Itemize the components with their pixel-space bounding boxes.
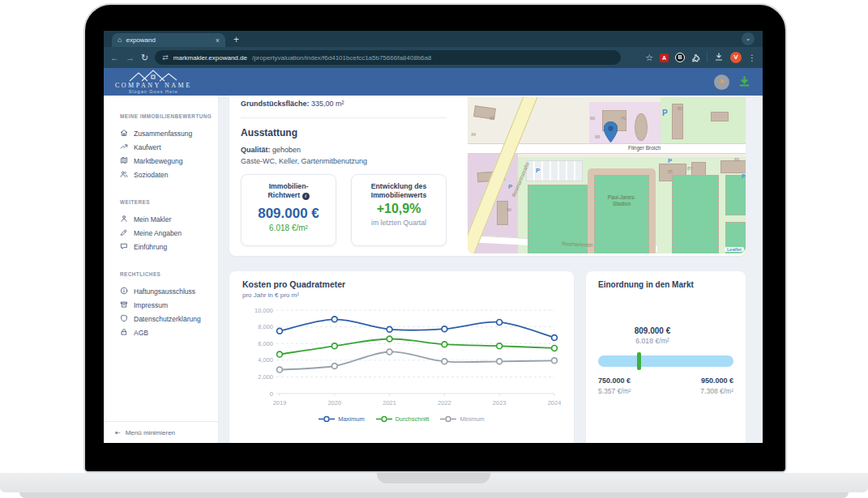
leaflet-attribution[interactable]: Leaflet bbox=[725, 247, 744, 252]
sidebar-item-label: Meine Angaben bbox=[134, 229, 182, 237]
pdf-extension-icon[interactable]: A bbox=[660, 53, 669, 62]
person-icon bbox=[120, 215, 128, 224]
address-bar[interactable]: ⇄ markmakler.expowand.de/propertyvaluati… bbox=[155, 50, 621, 65]
house-number: 89 bbox=[734, 157, 739, 162]
roof-logo-icon bbox=[128, 70, 178, 83]
sidebar-item-haftungsausschluss[interactable]: Haftungsausschluss bbox=[120, 284, 218, 298]
app-header: COMPANY NAME Slogan Goes Here ☀ bbox=[104, 68, 763, 96]
house-number: 39 bbox=[490, 116, 494, 121]
sidebar-item-marktbewegung[interactable]: Marktbewegung bbox=[120, 154, 218, 168]
browser-menu-icon[interactable]: ⋮ bbox=[748, 53, 756, 62]
plot-area-label: Grundstücksfläche: bbox=[241, 100, 310, 108]
tab-close-icon[interactable]: × bbox=[216, 36, 220, 45]
company-name: COMPANY NAME bbox=[115, 82, 192, 89]
svg-text:2024: 2024 bbox=[548, 399, 561, 406]
property-value: 809.000 € bbox=[242, 206, 336, 222]
sidebar-item-zusammenfassung[interactable]: Zusammenfassung bbox=[120, 126, 218, 140]
browser-window: ⌂ expowand × + ⌄ ← → ↻ ⇄ markmakler.expo… bbox=[104, 31, 763, 443]
sidebar-item-impressum[interactable]: Impressum bbox=[120, 298, 218, 312]
legend-item-maximum[interactable]: Maximum bbox=[319, 415, 365, 423]
toolbar-divider bbox=[707, 53, 708, 62]
svg-text:4,000: 4,000 bbox=[258, 356, 273, 364]
map-building bbox=[497, 201, 508, 225]
svg-text:2019: 2019 bbox=[273, 399, 287, 406]
svg-text:8,000: 8,000 bbox=[258, 323, 273, 330]
location-map[interactable]: Flinger Broich Rosmarinstraße Rosmariens… bbox=[468, 97, 746, 253]
legend-label: Durchschnitt bbox=[396, 415, 430, 423]
extension-b-icon[interactable]: B bbox=[675, 53, 685, 62]
extensions-puzzle-icon[interactable] bbox=[691, 53, 700, 62]
url-path: /propertyvaluation/index/f6d4101bcefcc1a… bbox=[252, 54, 432, 62]
market-min: 750.000 € 5.357 €/m² bbox=[598, 377, 631, 395]
market-current-value: 809.000 € bbox=[608, 326, 697, 335]
back-icon[interactable]: ← bbox=[110, 53, 119, 62]
map-pitch bbox=[594, 175, 649, 253]
house-number: 68 bbox=[595, 134, 600, 139]
sidebar-section-label: MEINE IMMOBILIENBEWERTUNG bbox=[120, 113, 218, 119]
line-chart[interactable]: 02,0004,0006,0008,00010,0002019202020212… bbox=[242, 299, 561, 414]
sidebar-item-einf-hrung[interactable]: Einführung bbox=[120, 240, 218, 253]
download-report-icon[interactable] bbox=[738, 74, 751, 90]
price-per-sqm: 6.018 €/m² bbox=[242, 223, 336, 232]
growth-value: +10,9% bbox=[352, 202, 446, 216]
svg-text:10,000: 10,000 bbox=[254, 307, 273, 314]
menu-collapse-button[interactable]: ⇤ Menü minimieren bbox=[104, 421, 218, 443]
market-position-marker bbox=[637, 352, 641, 370]
tab-search-button[interactable]: ⌄ bbox=[742, 32, 755, 45]
legend-item-minimum[interactable]: Minimum bbox=[440, 415, 484, 423]
sidebar-item-kaufwert[interactable]: Kaufwert bbox=[120, 140, 218, 154]
sidebar-item-meine-angaben[interactable]: Meine Angaben bbox=[120, 226, 218, 240]
market-range-bar bbox=[598, 355, 733, 367]
sidebar-item-mein-makler[interactable]: Mein Makler bbox=[120, 212, 218, 226]
map-parking-lot bbox=[526, 160, 583, 181]
laptop-bottom-edge bbox=[19, 492, 849, 498]
people-icon bbox=[120, 170, 128, 180]
market-current: 809.000 € 6.018 €/m² bbox=[608, 326, 697, 345]
value-card-title-2: Richtwert bbox=[268, 191, 302, 199]
profile-avatar[interactable]: V bbox=[730, 52, 742, 63]
legend-marker-icon bbox=[440, 415, 456, 423]
map-pitch bbox=[672, 175, 719, 253]
lock-icon bbox=[120, 328, 128, 338]
house-number: 80 bbox=[678, 106, 682, 111]
main-content: Grundstücksfläche: 335,00 m² Ausstattung… bbox=[219, 96, 763, 443]
legend-item-durchschnitt[interactable]: Durchschnitt bbox=[376, 415, 430, 423]
sidebar-item-label: Zusammenfassung bbox=[134, 130, 192, 138]
sidebar-section-label: RECHTLICHES bbox=[120, 271, 218, 277]
chat-icon bbox=[120, 242, 128, 252]
theme-toggle-sun-icon[interactable]: ☀ bbox=[714, 74, 729, 90]
plot-area-row: Grundstücksfläche: 335,00 m² bbox=[241, 99, 447, 110]
sidebar-item-label: Soziodaten bbox=[134, 171, 169, 179]
browser-tab[interactable]: ⌂ expowand × bbox=[112, 33, 225, 47]
svg-text:2022: 2022 bbox=[438, 399, 451, 406]
forward-icon[interactable]: → bbox=[126, 53, 135, 62]
new-tab-button[interactable]: + bbox=[233, 32, 239, 47]
info-icon[interactable]: i bbox=[302, 193, 310, 200]
plot-area-value: 335,00 m² bbox=[310, 100, 344, 108]
growth-card-title-2: Immobilienwerts bbox=[371, 191, 427, 199]
laptop-notch bbox=[377, 473, 490, 483]
growth-card-title-1: Entwicklung des bbox=[371, 182, 427, 190]
app-body: MEINE IMMOBILIENBEWERTUNGZusammenfassung… bbox=[104, 96, 763, 443]
bookmark-star-icon[interactable]: ☆ bbox=[645, 53, 653, 63]
sidebar-item-label: AGB bbox=[134, 329, 148, 337]
company-slogan: Slogan Goes Here bbox=[129, 89, 178, 94]
downloads-icon[interactable] bbox=[714, 52, 724, 63]
browser-toolbar-right: ☆ A B V ⋮ bbox=[645, 52, 756, 63]
market-max-value: 950.000 € bbox=[700, 377, 733, 385]
market-min-sub: 5.357 €/m² bbox=[598, 387, 631, 395]
sidebar-item-agb[interactable]: AGB bbox=[120, 326, 218, 339]
cost-chart-panel: Kosten pro Quadratmeter pro Jahr in € pr… bbox=[229, 271, 574, 443]
sidebar-item-datenschutzerkl-rung[interactable]: Datenschutzerklärung bbox=[120, 312, 218, 326]
map-pitch bbox=[725, 175, 746, 215]
market-max-sub: 7.308 €/m² bbox=[700, 387, 733, 395]
reload-icon[interactable]: ↻ bbox=[141, 53, 148, 63]
site-info-icon[interactable]: ⇄ bbox=[162, 53, 169, 62]
growth-period: im letzten Quartal bbox=[352, 219, 446, 227]
svg-text:2,000: 2,000 bbox=[258, 373, 273, 381]
house-number: 90 bbox=[507, 207, 511, 212]
sidebar-item-soziodaten[interactable]: Soziodaten bbox=[120, 168, 218, 181]
home-favicon-icon: ⌂ bbox=[118, 36, 122, 44]
legend-marker-icon bbox=[319, 415, 335, 423]
chart-title: Kosten pro Quadratmeter bbox=[242, 279, 561, 289]
